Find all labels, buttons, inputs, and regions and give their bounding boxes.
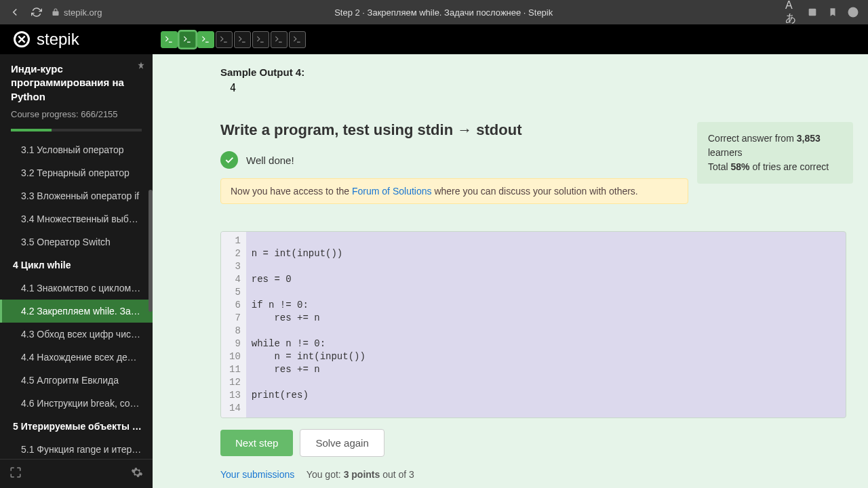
extension-icon[interactable]	[806, 5, 819, 19]
check-icon	[220, 151, 238, 169]
solve-again-button[interactable]: Solve again	[300, 429, 384, 457]
back-icon[interactable]	[8, 5, 22, 19]
nav-item-7[interactable]: 4.2 Закрепляем while. Зад…	[0, 300, 153, 323]
forum-link[interactable]: Forum of Solutions	[352, 186, 432, 197]
step-tab-3[interactable]	[197, 31, 214, 48]
settings-icon[interactable]	[131, 466, 143, 481]
nav-item-2[interactable]: 3.3 Вложенный оператор if	[0, 184, 153, 207]
progress-fill	[11, 129, 52, 131]
progress-bar	[11, 129, 142, 131]
step-tab-2[interactable]	[179, 31, 196, 48]
main-content: Sample Output 4: 4 Write a program, test…	[153, 54, 868, 488]
step-tab-5[interactable]	[234, 31, 251, 48]
stats-box: Correct answer from 3,853 learners Total…	[697, 122, 853, 184]
forum-banner: Now you have access to the Forum of Solu…	[220, 178, 688, 204]
step-tab-7[interactable]	[271, 31, 288, 48]
submissions-row: Your submissions You got: 3 points out o…	[220, 469, 846, 480]
code-content[interactable]: n = int(input()) res = 0 if n != 0: res …	[246, 232, 846, 418]
sample-output-value: 4	[230, 82, 846, 94]
nav-item-12[interactable]: 5 Итерируемые объекты …	[0, 415, 153, 438]
nav-item-6[interactable]: 4.1 Знакомство с циклом …	[0, 277, 153, 300]
got-bold: 3 points	[344, 469, 380, 480]
nav-item-11[interactable]: 4.6 Инструкции break, conti…	[0, 392, 153, 415]
nav-item-3[interactable]: 3.4 Множественный выбо…	[0, 207, 153, 230]
nav-item-5[interactable]: 4 Цикл while	[0, 253, 153, 277]
nav-item-4[interactable]: 3.5 Оператор Switch	[0, 230, 153, 253]
svg-rect-0	[809, 9, 816, 16]
url-text: stepik.org	[64, 7, 102, 18]
nav-item-1[interactable]: 3.2 Тернарный оператор	[0, 161, 153, 184]
line-gutter: 1234567891011121314	[221, 232, 246, 418]
nav-item-8[interactable]: 4.3 Обход всех цифр числа…	[0, 323, 153, 346]
browser-toolbar: stepik.org Step 2 · Закрепляем while. За…	[0, 0, 868, 24]
sample-output-label: Sample Output 4:	[220, 66, 846, 78]
action-row: Next step Solve again	[220, 429, 846, 457]
bookmark-icon[interactable]	[826, 5, 840, 19]
step-tab-1[interactable]	[161, 31, 178, 48]
nav-list[interactable]: 3.1 Условный оператор3.2 Тернарный опера…	[0, 138, 153, 459]
browser-actions: Aあ	[785, 5, 860, 19]
logo-icon	[12, 30, 31, 49]
step-tabs	[161, 31, 306, 48]
svg-point-1	[848, 7, 859, 18]
stats-line1: Correct answer from 3,853 learners	[708, 131, 842, 160]
page-title: Step 2 · Закрепляем while. Задачи послож…	[110, 7, 777, 18]
progress-row: Course progress: 666/2155	[0, 109, 153, 125]
sidebar: Инди-курс программирования на Python Cou…	[0, 54, 153, 488]
logo-text: stepik	[37, 30, 79, 49]
next-step-button[interactable]: Next step	[220, 430, 293, 456]
nav-item-0[interactable]: 3.1 Условный оператор	[0, 138, 153, 161]
step-tab-4[interactable]	[216, 31, 233, 48]
profile-icon[interactable]	[846, 5, 860, 19]
nav-item-10[interactable]: 4.5 Алгоритм Евклида	[0, 369, 153, 392]
reload-icon[interactable]	[30, 5, 43, 19]
progress-label: Course progress:	[11, 109, 79, 119]
got-pre: You got:	[307, 469, 344, 480]
pin-icon[interactable]	[136, 61, 146, 70]
stats-line2: Total 58% of tries are correct	[708, 160, 842, 174]
translate-icon[interactable]: Aあ	[785, 5, 799, 19]
nav-item-9[interactable]: 4.4 Нахождение всех дели…	[0, 346, 153, 369]
nav-item-13[interactable]: 5.1 Функция range и итери…	[0, 438, 153, 459]
logo[interactable]: stepik	[12, 30, 79, 49]
code-editor[interactable]: 1234567891011121314 n = int(input()) res…	[220, 231, 846, 418]
well-done-text: Well done!	[246, 155, 294, 166]
forum-post: where you can discuss your solution with…	[432, 186, 638, 197]
course-title: Инди-курс программирования на Python	[11, 62, 142, 104]
progress-value: 666/2155	[81, 109, 117, 119]
course-header: Инди-курс программирования на Python	[0, 54, 153, 109]
forum-pre: Now you have access to the	[231, 186, 352, 197]
got-post: out of 3	[380, 469, 414, 480]
fullscreen-icon[interactable]	[9, 466, 22, 481]
lock-icon	[52, 8, 60, 16]
sidebar-footer	[0, 459, 153, 488]
step-tab-8[interactable]	[289, 31, 306, 48]
app-header: stepik	[0, 24, 868, 54]
step-tab-6[interactable]	[252, 31, 269, 48]
url-bar[interactable]: stepik.org	[52, 7, 102, 18]
submissions-link[interactable]: Your submissions	[220, 469, 294, 480]
